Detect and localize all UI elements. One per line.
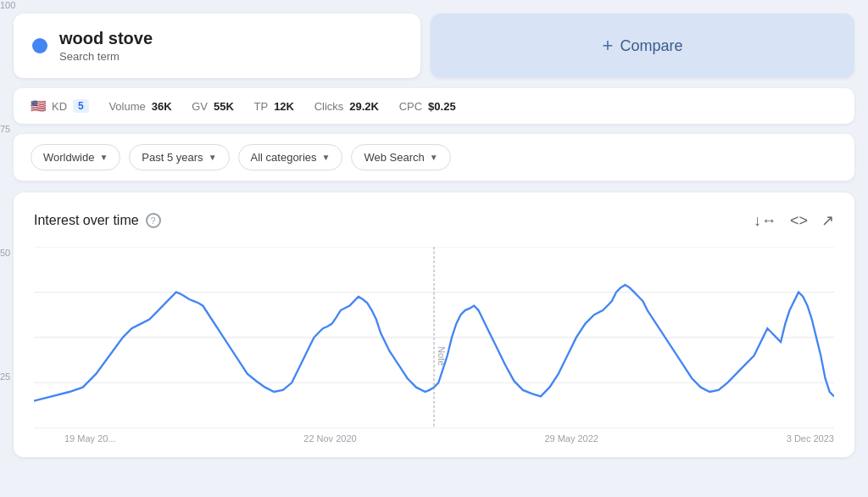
gv-label: GV <box>192 100 208 113</box>
volume-label: Volume <box>108 100 145 113</box>
kd-label: KD <box>52 100 67 113</box>
y-label-50: 50 <box>0 248 15 258</box>
clicks-label: Clicks <box>314 100 344 113</box>
chart-body: 100 75 50 25 Note <box>34 247 834 428</box>
cpc-label: CPC <box>399 100 422 113</box>
download-icon[interactable]: ↓↔ <box>754 212 776 230</box>
chart-svg: Note <box>34 247 834 428</box>
sep2 <box>181 100 184 113</box>
period-filter[interactable]: Past 5 years ▼ <box>129 144 229 170</box>
chart-svg-container: Note <box>34 247 834 428</box>
chart-title: Interest over time <box>34 213 139 228</box>
y-label-100: 100 <box>0 0 15 10</box>
period-filter-label: Past 5 years <box>142 151 203 164</box>
kd-value: 5 <box>73 99 89 113</box>
search-term-card: wood stove Search term <box>14 14 420 78</box>
y-label-75: 75 <box>0 124 15 134</box>
categories-chevron-icon: ▼ <box>322 153 331 162</box>
search-term-dot <box>32 38 47 53</box>
x-label-4: 3 Dec 2023 <box>787 433 834 444</box>
x-label-3: 29 May 2022 <box>544 433 598 444</box>
search-type-chevron-icon: ▼ <box>430 153 438 162</box>
share-icon[interactable]: ↗ <box>821 211 834 230</box>
location-filter[interactable]: Worldwide ▼ <box>31 144 120 170</box>
sep5 <box>387 100 391 113</box>
volume-value: 36K <box>152 100 172 113</box>
x-axis-labels: 19 May 20... 22 Nov 2020 29 May 2022 3 D… <box>34 428 834 444</box>
sep3 <box>242 100 246 113</box>
help-icon[interactable]: ? <box>146 213 161 228</box>
search-type-filter-label: Web Search <box>364 151 424 164</box>
compare-card[interactable]: + Compare <box>431 14 854 78</box>
metrics-bar: 🇺🇸 KD 5 Volume 36K GV 55K TP 12K Clicks … <box>14 88 854 124</box>
tp-label: TP <box>254 100 269 113</box>
period-chevron-icon: ▼ <box>209 153 217 162</box>
location-chevron-icon: ▼ <box>99 153 108 162</box>
chart-title-group: Interest over time ? <box>34 213 161 228</box>
gv-value: 55K <box>214 100 234 113</box>
categories-filter-label: All categories <box>251 151 317 164</box>
search-term-label: Search term <box>59 50 153 63</box>
chart-card: Interest over time ? ↓↔ <> ↗ 100 75 50 2… <box>14 193 854 457</box>
x-label-1: 19 May 20... <box>64 433 116 444</box>
compare-label: Compare <box>620 37 682 55</box>
chart-header: Interest over time ? ↓↔ <> ↗ <box>34 211 834 230</box>
sep4 <box>303 100 306 113</box>
y-label-25: 25 <box>0 371 15 382</box>
flag-icon: 🇺🇸 <box>31 98 47 114</box>
embed-icon[interactable]: <> <box>790 212 808 230</box>
search-type-filter[interactable]: Web Search ▼ <box>351 144 450 170</box>
compare-plus-icon: + <box>603 35 614 57</box>
tp-value: 12K <box>274 100 294 113</box>
y-axis-labels: 100 75 50 25 <box>0 0 15 497</box>
categories-filter[interactable]: All categories ▼ <box>238 144 343 170</box>
x-label-2: 22 Nov 2020 <box>303 433 356 444</box>
location-filter-label: Worldwide <box>43 151 94 164</box>
sep1 <box>97 100 101 113</box>
cpc-value: $0.25 <box>428 100 456 113</box>
clicks-value: 29.2K <box>349 100 379 113</box>
filters-bar: Worldwide ▼ Past 5 years ▼ All categorie… <box>14 134 854 181</box>
search-term-text: wood stove Search term <box>59 29 153 63</box>
chart-actions: ↓↔ <> ↗ <box>754 211 834 230</box>
search-term-name: wood stove <box>59 29 153 48</box>
